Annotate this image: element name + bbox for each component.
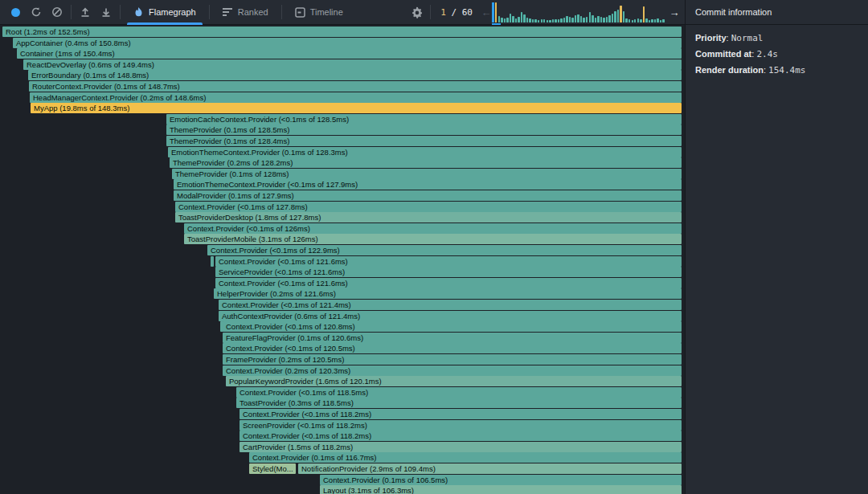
- tab-flamegraph[interactable]: Flamegraph: [124, 0, 206, 25]
- commit-bar[interactable]: [566, 16, 567, 22]
- commit-bar[interactable]: [614, 11, 616, 22]
- flame-bar[interactable]: ReactDevOverlay (0.6ms of 149.4ms): [23, 59, 682, 70]
- commit-bar[interactable]: [529, 18, 530, 22]
- commit-bar[interactable]: [504, 18, 506, 22]
- flame-bar[interactable]: Root (1.2ms of 152.5ms): [2, 27, 682, 37]
- flame-bar[interactable]: CartProvider (1.5ms of 118.2ms): [240, 442, 682, 452]
- flame-bar[interactable]: RouterContext.Provider (0.1ms of 148.7ms…: [29, 81, 682, 92]
- flame-bar[interactable]: AuthContextProvider (0.6ms of 121.4ms): [219, 311, 682, 321]
- commit-bar[interactable]: [662, 19, 664, 22]
- flame-bar[interactable]: EmotionThemeContext.Provider (<0.1ms of …: [174, 179, 682, 190]
- commit-bar[interactable]: [660, 20, 661, 22]
- commit-bar[interactable]: [521, 12, 522, 22]
- clear-profiling-button[interactable]: [47, 2, 68, 22]
- commit-bar[interactable]: [645, 18, 647, 22]
- commit-bar[interactable]: [657, 18, 658, 22]
- flame-bar[interactable]: ToastProviderMobile (3.1ms of 126ms): [184, 234, 682, 244]
- save-profile-button[interactable]: [96, 2, 117, 22]
- record-button[interactable]: [5, 2, 26, 22]
- commit-bar[interactable]: [580, 16, 582, 22]
- flame-bar[interactable]: ThemeProvider (0.1ms of 128.5ms): [166, 125, 682, 135]
- settings-button[interactable]: [406, 2, 427, 22]
- flame-bar[interactable]: Container (1ms of 150.4ms): [17, 48, 682, 59]
- flame-bar[interactable]: Context.Provider (0.1ms of 106.5ms): [320, 475, 682, 485]
- flame-bar[interactable]: AppContainer (0.4ms of 150.8ms): [13, 38, 682, 48]
- flame-bar[interactable]: Styled(Mo...: [249, 463, 296, 474]
- commit-bar[interactable]: [532, 19, 534, 22]
- flame-bar[interactable]: HeadManagerContext.Provider (0.2ms of 14…: [30, 92, 682, 103]
- reload-and-profile-button[interactable]: [26, 2, 47, 22]
- commit-bar[interactable]: [583, 18, 584, 22]
- flame-bar[interactable]: ThemeProvider (0.2ms of 128.2ms): [170, 157, 682, 168]
- commit-bar[interactable]: [612, 14, 613, 22]
- commit-bar[interactable]: [606, 17, 608, 22]
- commit-bar[interactable]: [563, 18, 565, 22]
- commit-bar[interactable]: [603, 18, 604, 22]
- next-commit-button[interactable]: →: [667, 6, 682, 18]
- commit-bar[interactable]: [543, 19, 545, 22]
- commit-bar[interactable]: [654, 19, 656, 22]
- tab-ranked[interactable]: Ranked: [213, 0, 278, 25]
- flame-bar[interactable]: ModalProvider (0.1ms of 127.9ms): [174, 190, 682, 201]
- flame-bar[interactable]: PopularKeywordProvider (1.6ms of 120.1ms…: [226, 376, 682, 386]
- commit-bar[interactable]: [518, 17, 519, 22]
- commit-bar[interactable]: [575, 15, 576, 22]
- commit-bar[interactable]: [506, 18, 508, 22]
- flame-bar[interactable]: Context.Provider (<0.1ms of 121.4ms): [219, 300, 682, 310]
- commit-bar[interactable]: [515, 18, 517, 22]
- flame-bar[interactable]: ErrorBoundary (0.1ms of 148.8ms): [28, 70, 682, 80]
- commit-bar[interactable]: [555, 19, 556, 22]
- commit-bar[interactable]: [640, 19, 641, 22]
- flame-bar[interactable]: Context.Provider (0.1ms of 116.7ms): [249, 452, 682, 463]
- flame-bar[interactable]: ToastProviderDesktop (1.8ms of 127.8ms): [175, 212, 682, 223]
- flame-bar[interactable]: FrameProvider (0.2ms of 120.5ms): [223, 354, 682, 365]
- commit-selector-chart[interactable]: [495, 2, 665, 22]
- flame-bar[interactable]: FeatureFlagProvider (0.1ms of 120.6ms): [223, 333, 682, 343]
- commit-bar[interactable]: [560, 18, 562, 22]
- commit-bar[interactable]: [495, 2, 497, 22]
- commit-bar[interactable]: [651, 19, 653, 22]
- flame-bar[interactable]: ThemeProvider (0.1ms of 128.4ms): [166, 136, 682, 146]
- flame-bar[interactable]: HelperProvider (0.2ms of 121.6ms): [214, 288, 682, 299]
- commit-bar[interactable]: [510, 14, 511, 22]
- commit-bar[interactable]: [549, 20, 551, 22]
- commit-bar[interactable]: [541, 19, 542, 22]
- commit-bar[interactable]: [512, 16, 514, 22]
- flame-bar[interactable]: EmotionCacheContext.Provider (<0.1ms of …: [166, 114, 682, 125]
- flame-bar[interactable]: Context.Provider (<0.1ms of 127.8ms): [175, 202, 682, 212]
- flame-bar[interactable]: MyApp (19.8ms of 148.3ms): [31, 103, 682, 113]
- commit-bar[interactable]: [547, 20, 548, 22]
- flame-bar[interactable]: Context.Provider (<0.1ms of 126ms): [184, 223, 682, 234]
- commit-bar[interactable]: [628, 19, 630, 22]
- commit-bar[interactable]: [569, 17, 571, 22]
- commit-bar[interactable]: [643, 6, 645, 22]
- flame-bar[interactable]: Context.Provider (<0.1ms of 122.9ms): [207, 245, 682, 255]
- flame-bar[interactable]: Context.Provider (<0.1ms of 120.8ms): [223, 321, 682, 332]
- flame-bar[interactable]: Context.Provider (<0.1ms of 118.5ms): [236, 387, 682, 398]
- flame-bar[interactable]: Context.Provider (<0.1ms of 120.5ms): [223, 343, 682, 353]
- flame-bar[interactable]: Context.Provider (<0.1ms of 121.6ms): [215, 278, 682, 288]
- commit-bar[interactable]: [625, 18, 627, 22]
- commit-bar[interactable]: [634, 19, 636, 22]
- commit-bar[interactable]: [632, 20, 633, 22]
- commit-bar[interactable]: [534, 19, 536, 22]
- commit-bar[interactable]: [597, 16, 599, 22]
- flame-bar[interactable]: ToastProvider (0.3ms of 118.5ms): [236, 398, 682, 408]
- commit-bar[interactable]: [558, 19, 559, 22]
- flame-bar[interactable]: Context.Provider (<0.1ms of 118.2ms): [240, 409, 682, 419]
- commit-bar[interactable]: [501, 18, 502, 22]
- load-profile-button[interactable]: [75, 2, 96, 22]
- commit-bar[interactable]: [577, 14, 579, 22]
- commit-bar[interactable]: [526, 18, 528, 22]
- commit-bar[interactable]: [600, 17, 602, 22]
- flame-bar[interactable]: Context.Provider (0.2ms of 120.3ms): [223, 365, 682, 376]
- flame-bar[interactable]: Context.Provider (<0.1ms of 121.6ms): [215, 256, 682, 267]
- flame-bar[interactable]: EmotionThemeContext.Provider (0.1ms of 1…: [168, 147, 682, 157]
- commit-bar[interactable]: [617, 10, 619, 22]
- commit-bar[interactable]: [620, 6, 621, 22]
- flame-bar[interactable]: Context.Provider (<0.1ms of 118.2ms): [240, 431, 682, 441]
- commit-bar[interactable]: [637, 18, 639, 22]
- commit-bar[interactable]: [552, 19, 554, 22]
- flame-bar[interactable]: NotificationProvider (2.9ms of 109.4ms): [298, 463, 682, 474]
- commit-bar[interactable]: [538, 20, 539, 22]
